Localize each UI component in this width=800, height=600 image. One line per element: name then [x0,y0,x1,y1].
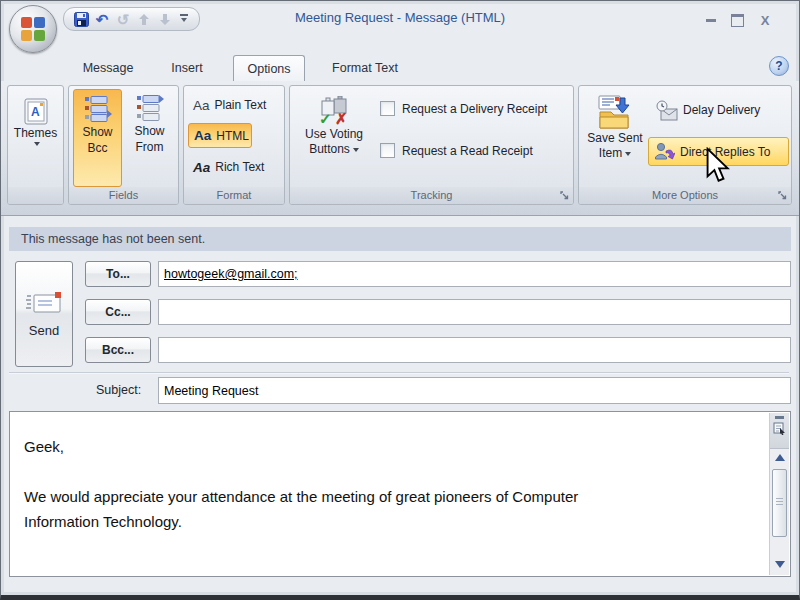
tab-message[interactable]: Message [76,55,140,81]
group-caption-fields: Fields [69,187,178,204]
save-sent-item-icon [596,94,634,130]
ribbon-group-fields: Show Bcc Show From Fields [68,85,179,205]
to-field[interactable] [158,261,791,287]
delivery-receipt-label: Request a Delivery Receipt [402,102,547,116]
show-bcc-label-line2: Bcc [87,141,107,155]
ruler-toggle-button[interactable] [770,413,789,449]
show-bcc-label-line1: Show [82,125,112,139]
ribbon-group-format: Aa Plain Text Aa HTML Aa Rich Text Forma… [183,85,285,205]
scrollbar[interactable] [769,413,789,575]
to-button[interactable]: To... [85,261,151,287]
cc-field[interactable] [158,299,791,325]
plain-text-button[interactable]: Aa Plain Text [188,93,271,117]
maximize-icon [731,14,744,27]
minimize-icon [706,19,716,22]
bcc-button-label: Bcc... [102,343,134,357]
outlook-message-window: ↶ ↺ Meeting Request - Message (HTML) X M… [0,0,800,600]
voting-label-line2: Buttons [309,142,359,156]
tab-format-text[interactable]: Format Text [319,55,411,81]
svg-text:✗: ✗ [335,110,348,126]
minimize-button[interactable] [699,12,723,28]
body-greeting: Geek, [24,438,64,455]
tab-options[interactable]: Options [233,55,305,82]
scroll-up-icon [775,449,785,461]
show-from-button[interactable]: Show From [125,89,174,187]
save-sent-label-line1: Save Sent [587,131,642,145]
save-sent-label-line2: Item [599,146,631,160]
read-receipt-row: Request a Read Receipt [380,143,533,158]
to-button-label: To... [106,267,130,281]
svg-text:A: A [31,105,40,119]
scroll-up-button[interactable] [770,449,789,465]
html-label: HTML [216,129,249,143]
message-body[interactable]: Geek, We would appreciate your attendanc… [9,411,791,577]
voting-buttons-icon: ✓ ✗ [318,96,350,126]
direct-replies-to-button[interactable]: Direct Replies To [648,137,789,166]
rich-text-button[interactable]: Aa Rich Text [188,155,269,179]
ribbon-group-more-options: Save Sent Item Delay Delivery Direc [578,85,792,205]
rich-text-label: Rich Text [215,160,264,174]
read-receipt-checkbox[interactable] [380,143,395,158]
show-from-label-line2: From [136,140,164,154]
tab-insert[interactable]: Insert [159,55,215,81]
splitter-handle-icon [775,416,784,419]
header-divider [9,372,789,373]
group-caption-format: Format [184,187,284,204]
window-title: Meeting Request - Message (HTML) [1,10,799,25]
send-label: Send [29,323,59,338]
save-sent-item-button[interactable]: Save Sent Item [584,90,646,187]
aa-glyph: Aa [193,160,210,175]
show-bcc-icon [84,96,112,123]
delivery-receipt-checkbox[interactable] [380,101,395,116]
cc-button[interactable]: Cc... [85,299,151,325]
show-bcc-button[interactable]: Show Bcc [73,89,122,187]
bcc-button[interactable]: Bcc... [85,337,151,363]
direct-replies-to-icon [654,142,675,161]
themes-icon: A [23,98,49,126]
group-caption-more-options: More Options [579,187,791,204]
scroll-down-icon [775,561,785,573]
sent-status-text: This message has not been sent. [21,232,205,246]
scroll-thumb[interactable] [772,469,787,537]
read-receipt-label: Request a Read Receipt [402,144,533,158]
close-icon: X [761,13,770,28]
scroll-down-button[interactable] [770,557,789,573]
plain-text-label: Plain Text [215,98,267,112]
html-button[interactable]: Aa HTML [188,123,252,148]
svg-text:✓: ✓ [319,110,332,126]
send-button[interactable]: Send [15,261,73,367]
maximize-button[interactable] [725,12,749,28]
ribbon-group-themes: A Themes [7,85,64,205]
sent-status-bar: This message has not been sent. [9,227,791,251]
show-from-icon [136,95,164,122]
help-icon: ? [775,59,782,73]
bcc-field[interactable] [158,337,791,363]
subject-label: Subject: [96,383,141,397]
delay-delivery-label: Delay Delivery [683,103,760,117]
direct-replies-to-label: Direct Replies To [680,145,770,159]
delivery-receipt-row: Request a Delivery Receipt [380,101,547,116]
themes-button[interactable]: A Themes [11,90,60,187]
voting-label-line1: Use Voting [305,127,363,141]
group-caption-tracking: Tracking [290,187,573,204]
subject-field[interactable] [158,377,791,404]
aa-glyph: Aa [193,98,210,113]
more-options-dialog-launcher[interactable] [776,189,789,202]
use-voting-buttons-button[interactable]: ✓ ✗ Use Voting Buttons [296,90,372,187]
cc-button-label: Cc... [105,305,130,319]
send-icon [25,291,63,317]
dropdown-arrow-icon [625,152,631,159]
ribbon-group-tracking: ✓ ✗ Use Voting Buttons Request a Deliver… [289,85,574,205]
tracking-dialog-launcher[interactable] [558,189,571,202]
dropdown-arrow-icon [34,142,40,149]
show-from-label-line1: Show [134,124,164,138]
close-button[interactable]: X [753,12,777,28]
body-paragraph: We would appreciate your attendance at t… [24,484,654,534]
aa-glyph: Aa [194,128,211,143]
delay-delivery-button[interactable]: Delay Delivery [651,97,765,123]
themes-label: Themes [14,126,57,140]
dropdown-arrow-icon [353,148,359,155]
thumb-grip-icon [776,498,783,507]
help-button[interactable]: ? [769,56,789,76]
delay-delivery-icon [656,100,678,121]
